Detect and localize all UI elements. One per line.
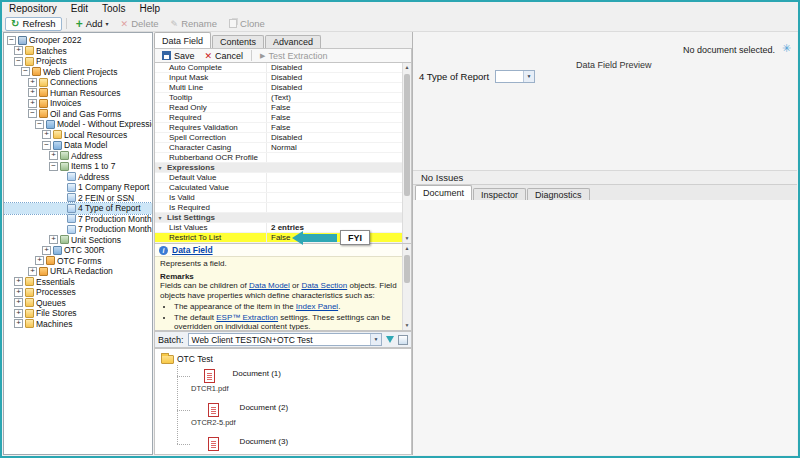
property-category-list-settings[interactable]: ▾List Settings — [155, 213, 402, 223]
property-value[interactable] — [267, 193, 402, 202]
scroll-thumb[interactable] — [404, 74, 410, 196]
help-title-link[interactable]: Data Field — [172, 245, 213, 255]
property-row-is-required[interactable]: Is Required — [155, 203, 402, 213]
tree-item-2-fein-or-ssn[interactable]: 2 FEIN or SSN — [4, 193, 152, 204]
expand-icon[interactable]: + — [28, 88, 37, 97]
tab-document[interactable]: Document — [415, 185, 472, 200]
tree-item-invoices[interactable]: +Invoices — [4, 98, 152, 109]
property-value[interactable]: Disabled — [267, 73, 402, 82]
collapse-icon[interactable]: − — [28, 109, 37, 118]
help-link-index-panel[interactable]: Index Panel — [296, 302, 338, 311]
property-value[interactable]: False — [267, 123, 402, 132]
test-extraction-button[interactable]: ▶Test Extraction — [256, 49, 331, 62]
batch-document-2[interactable]: OTCR2-5.pdfDocument (2) — [191, 403, 288, 427]
collapse-icon[interactable]: − — [42, 141, 51, 150]
property-value[interactable]: Normal — [267, 143, 402, 152]
collapse-icon[interactable]: − — [7, 36, 16, 45]
collapse-icon[interactable]: − — [49, 162, 58, 171]
tree-item-7-production-month[interactable]: 7 Production Month — [4, 214, 152, 225]
chevron-down-icon[interactable]: ▼ — [370, 334, 381, 345]
tree-item-connections[interactable]: +Connections — [4, 77, 152, 88]
tree-item-4-type-of-report[interactable]: 4 Type of Report — [4, 203, 152, 214]
expand-icon[interactable]: + — [35, 256, 44, 265]
property-row-multi-line[interactable]: Multi LineDisabled — [155, 83, 402, 93]
tree-item-items-1-to-7[interactable]: −Items 1 to 7 — [4, 161, 152, 172]
menu-repository[interactable]: Repository — [2, 2, 64, 16]
property-row-auto-complete[interactable]: Auto CompleteDisabled — [155, 63, 402, 73]
cancel-button[interactable]: ✕Cancel — [201, 49, 248, 62]
add-button[interactable]: +Add▾ — [71, 17, 114, 31]
tree-item-grooper-2022[interactable]: −Grooper 2022 — [4, 35, 152, 46]
property-value[interactable] — [267, 203, 402, 212]
scroll-thumb[interactable] — [404, 255, 410, 283]
expand-icon[interactable]: + — [28, 78, 37, 87]
property-row-spell-correction[interactable]: Spell CorrectionDisabled — [155, 133, 402, 143]
chevron-down-icon[interactable]: ▼ — [523, 71, 534, 82]
tree-item-human-resources[interactable]: +Human Resources — [4, 88, 152, 99]
clone-button[interactable]: Clone — [224, 17, 270, 31]
scroll-down-icon[interactable]: ▼ — [403, 234, 411, 243]
tab-inspector[interactable]: Inspector — [473, 188, 526, 200]
panel-icon[interactable] — [398, 335, 408, 345]
expand-icon[interactable]: + — [28, 99, 37, 108]
property-row-requires-validation[interactable]: Requires ValidationFalse — [155, 123, 402, 133]
property-value[interactable]: Disabled — [267, 83, 402, 92]
tab-diagnostics[interactable]: Diagnostics — [527, 188, 590, 200]
batch-root-folder[interactable]: OTC Test — [155, 349, 411, 365]
expand-icon[interactable]: + — [14, 319, 23, 328]
tree-item-file-stores[interactable]: +File Stores — [4, 308, 152, 319]
property-grid-scrollbar[interactable]: ▲ ▼ — [402, 63, 411, 243]
property-row-tooltip[interactable]: Tooltip(Text) — [155, 93, 402, 103]
save-button[interactable]: Save — [158, 49, 199, 62]
batch-document-3[interactable]: OTCR3-2.pdfDocument (3) — [191, 437, 288, 455]
help-scrollbar[interactable]: ▲ ▼ — [402, 244, 411, 330]
batch-document-1[interactable]: DTCR1.pdfDocument (1) — [191, 369, 281, 393]
preview-field-combo[interactable]: ▼ — [495, 70, 535, 83]
property-row-required[interactable]: RequiredFalse — [155, 113, 402, 123]
tree-item-queues[interactable]: +Queues — [4, 298, 152, 309]
snowflake-icon[interactable]: ✳ — [782, 42, 791, 55]
tree-item-7-production-month[interactable]: 7 Production Month — [4, 224, 152, 235]
tree-item-otc-forms[interactable]: +OTC Forms — [4, 256, 152, 267]
help-link-esp-extraction[interactable]: ESP™ Extraction — [216, 313, 278, 322]
property-row-default-value[interactable]: Default Value — [155, 173, 402, 183]
tab-contents[interactable]: Contents — [212, 35, 264, 48]
tree-item-model-without-expressions[interactable]: −Model - Without Expressions — [4, 119, 152, 130]
tree-item-essentials[interactable]: +Essentials — [4, 277, 152, 288]
delete-button[interactable]: ✕Delete — [116, 17, 164, 31]
expand-icon[interactable]: + — [14, 288, 23, 297]
property-row-calculated-value[interactable]: Calculated Value — [155, 183, 402, 193]
property-value[interactable]: Disabled — [267, 63, 402, 72]
tree-item-machines[interactable]: +Machines — [4, 319, 152, 330]
batch-selector[interactable]: Web Client TESTIGN+OTC Test ▼ — [188, 333, 382, 346]
tree-item-batches[interactable]: +Batches — [4, 46, 152, 57]
collapse-icon[interactable]: − — [35, 120, 44, 129]
collapse-icon[interactable]: − — [21, 67, 30, 76]
expand-icon[interactable]: + — [14, 309, 23, 318]
property-value[interactable] — [267, 173, 402, 182]
tree-item-1-company-report[interactable]: 1 Company Report — [4, 182, 152, 193]
tree-item-address[interactable]: +Address — [4, 151, 152, 162]
filter-icon[interactable] — [386, 336, 394, 343]
tree-item-unit-sections[interactable]: +Unit Sections — [4, 235, 152, 246]
property-value[interactable]: False — [267, 103, 402, 112]
property-row-character-casing[interactable]: Character CasingNormal — [155, 143, 402, 153]
property-value[interactable] — [267, 183, 402, 192]
scroll-up-icon[interactable]: ▲ — [403, 244, 411, 253]
scroll-down-icon[interactable]: ▼ — [403, 321, 411, 330]
scroll-up-icon[interactable]: ▲ — [403, 63, 411, 72]
tab-advanced[interactable]: Advanced — [265, 35, 321, 48]
menu-help[interactable]: Help — [132, 2, 167, 16]
tree-item-web-client-projects[interactable]: −Web Client Projects — [4, 67, 152, 78]
expand-icon[interactable]: + — [49, 151, 58, 160]
tree-item-otc-300r[interactable]: +OTC 300R — [4, 245, 152, 256]
expand-icon[interactable]: + — [42, 130, 51, 139]
expand-icon[interactable]: + — [28, 267, 37, 276]
expand-icon[interactable]: + — [49, 235, 58, 244]
menu-edit[interactable]: Edit — [64, 2, 95, 16]
expand-icon[interactable]: + — [42, 246, 51, 255]
property-value[interactable]: Disabled — [267, 133, 402, 142]
tree-item-address[interactable]: Address — [4, 172, 152, 183]
expand-icon[interactable]: + — [14, 46, 23, 55]
tree-item-projects[interactable]: −Projects — [4, 56, 152, 67]
